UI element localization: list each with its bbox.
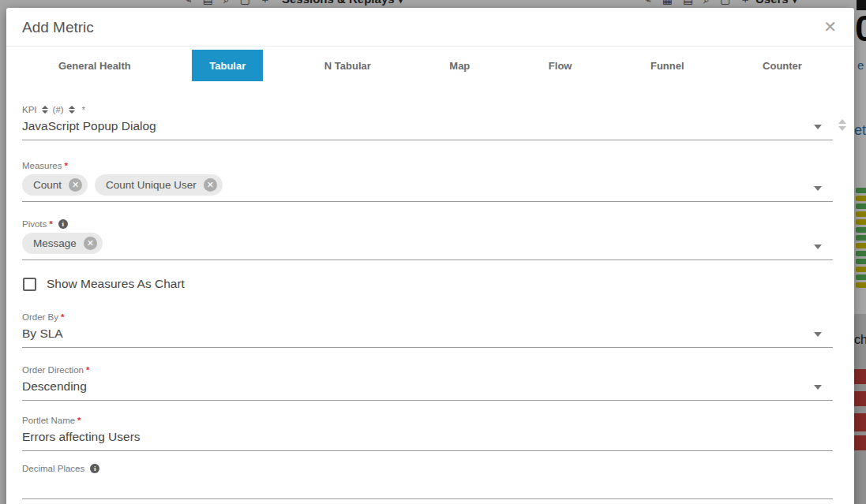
measures-label: Measures* bbox=[22, 159, 833, 171]
info-icon[interactable]: i bbox=[90, 464, 99, 473]
portlet-name-label: Portlet Name* bbox=[22, 414, 833, 426]
field-decimal-places: Decimal Places i bbox=[22, 462, 833, 499]
show-measures-as-chart-checkbox[interactable]: Show Measures As Chart bbox=[23, 277, 833, 291]
chip-message: Message ✕ bbox=[22, 233, 103, 254]
checkbox-label: Show Measures As Chart bbox=[47, 277, 185, 291]
dialog-content: KPI (#) * JavaScript Popup Dialog Measur… bbox=[6, 81, 854, 504]
tab-funnel[interactable]: Funnel bbox=[633, 50, 702, 81]
decimal-places-input[interactable] bbox=[22, 474, 833, 498]
order-by-label: Order By* bbox=[22, 311, 833, 323]
sort-icon[interactable] bbox=[42, 106, 48, 114]
kpi-select[interactable]: JavaScript Popup Dialog bbox=[22, 115, 833, 140]
decimal-places-label: Decimal Places i bbox=[22, 462, 833, 474]
measures-multiselect[interactable]: Count ✕ Count Unique User ✕ bbox=[22, 171, 833, 201]
add-metric-dialog: Add Metric ✕ General Health Tabular N Ta… bbox=[6, 8, 854, 504]
tab-counter[interactable]: Counter bbox=[745, 50, 819, 81]
tab-flow[interactable]: Flow bbox=[531, 50, 590, 81]
close-icon[interactable]: ✕ bbox=[823, 17, 837, 36]
dialog-header: Add Metric ✕ bbox=[6, 8, 854, 47]
order-direction-label: Order Direction* bbox=[22, 364, 833, 375]
chip-remove-icon[interactable]: ✕ bbox=[204, 178, 217, 192]
field-pivots: Pivots* i Message ✕ bbox=[22, 218, 833, 260]
pivots-label: Pivots* i bbox=[22, 218, 833, 230]
info-icon[interactable]: i bbox=[58, 219, 68, 229]
checkbox-unchecked-icon[interactable] bbox=[23, 278, 36, 291]
tab-map[interactable]: Map bbox=[432, 50, 487, 81]
tab-tabular[interactable]: Tabular bbox=[192, 50, 263, 81]
chevron-down-icon[interactable] bbox=[814, 332, 822, 337]
order-by-select[interactable]: By SLA bbox=[22, 323, 833, 347]
order-direction-select[interactable]: Descending bbox=[22, 375, 833, 400]
field-order-by: Order By* By SLA bbox=[22, 311, 833, 348]
chevron-down-icon[interactable] bbox=[814, 385, 822, 390]
portlet-name-input[interactable]: Errors affecting Users bbox=[22, 426, 833, 450]
spinner-icon[interactable] bbox=[838, 119, 846, 131]
screen: ✎ ▤ ⌕ ▢ ✶ Sessions & Replays ▾ ✎ ▦ ▤ ⌕ ▢… bbox=[0, 0, 866, 504]
tab-general-health[interactable]: General Health bbox=[41, 50, 148, 81]
field-kpi: KPI (#) * JavaScript Popup Dialog bbox=[22, 103, 833, 140]
field-measures: Measures* Count ✕ Count Unique User ✕ bbox=[22, 159, 833, 202]
tab-n-tabular[interactable]: N Tabular bbox=[307, 50, 388, 81]
chevron-down-icon[interactable] bbox=[814, 125, 822, 129]
kpi-label: KPI (#) * bbox=[22, 103, 833, 115]
field-order-direction: Order Direction* Descending bbox=[22, 364, 833, 401]
chevron-down-icon[interactable] bbox=[814, 186, 822, 191]
tab-bar: General Health Tabular N Tabular Map Flo… bbox=[6, 47, 854, 81]
chevron-down-icon[interactable] bbox=[814, 245, 822, 249]
chip-remove-icon[interactable]: ✕ bbox=[69, 178, 82, 192]
chip-count-unique-user: Count Unique User ✕ bbox=[95, 174, 223, 196]
chip-count: Count ✕ bbox=[22, 174, 88, 196]
sort-icon[interactable] bbox=[69, 106, 75, 114]
pivots-multiselect[interactable]: Message ✕ bbox=[22, 230, 833, 259]
field-portlet-name: Portlet Name* Errors affecting Users bbox=[22, 414, 833, 451]
dialog-title: Add Metric bbox=[22, 19, 94, 36]
chip-remove-icon[interactable]: ✕ bbox=[84, 237, 97, 250]
